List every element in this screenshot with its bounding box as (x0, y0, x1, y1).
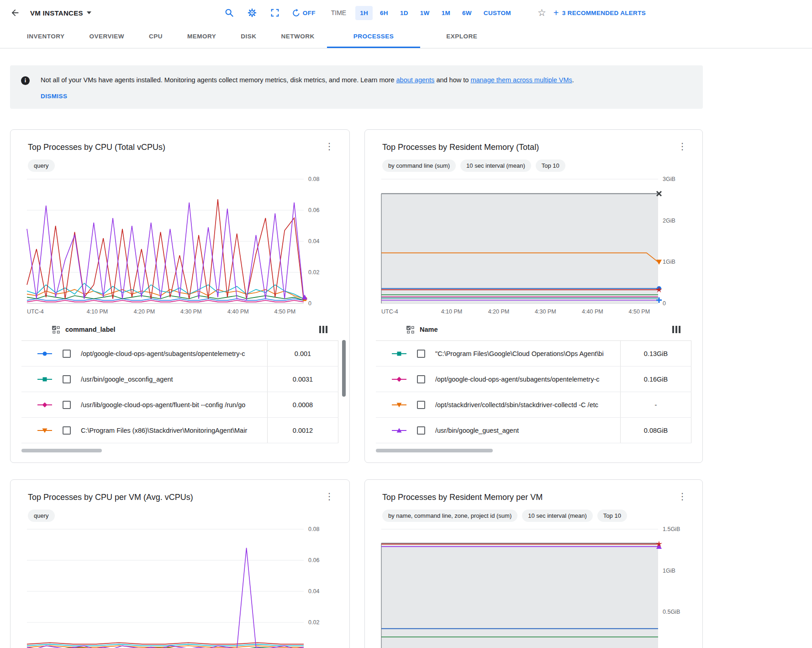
filter-chip[interactable]: 10 sec interval (mean) (522, 510, 593, 522)
svg-text:0.08: 0.08 (308, 176, 319, 182)
more-options-icon[interactable]: ⋮ (320, 490, 338, 503)
cpu-per-vm-card: Top Processes by CPU per VM (Avg. vCPUs)… (10, 479, 350, 648)
process-label: /usr/bin/google_osconfig_agent (81, 376, 267, 383)
filter-chip[interactable]: query (28, 510, 55, 522)
back-button[interactable] (6, 5, 24, 21)
filter-chip[interactable]: by command line (sum) (382, 159, 456, 172)
svg-text:0: 0 (663, 300, 666, 307)
memory-total-card: Top Processes by Resident Memory (Total)… (364, 129, 703, 463)
column-picker-icon[interactable] (319, 326, 327, 333)
filter-chip[interactable]: by name, command line, zone, project id … (382, 510, 517, 522)
cpu-total-chart[interactable]: 00.020.040.060.084:10 PM4:20 PM4:30 PM4:… (21, 175, 337, 317)
process-value: 0.0008 (267, 392, 338, 417)
more-options-icon[interactable]: ⋮ (673, 140, 691, 153)
filter-chip[interactable]: Top 10 (597, 510, 627, 522)
select-all-series-icon[interactable] (406, 325, 414, 334)
select-all-series-icon[interactable] (52, 325, 60, 334)
agents-info-banner: i Not all of your VMs have agents instal… (10, 65, 703, 109)
fullscreen-button[interactable] (266, 5, 284, 21)
back-arrow-icon (10, 8, 20, 18)
row-checkbox[interactable] (417, 401, 425, 409)
svg-text:1GiB: 1GiB (663, 568, 675, 574)
table-row[interactable]: /usr/bin/google_osconfig_agent0.0031 (21, 366, 338, 392)
memory-total-chart[interactable]: 01GiB2GiB3GiB4:10 PM4:20 PM4:30 PM4:40 P… (376, 175, 691, 317)
row-checkbox[interactable] (63, 375, 71, 383)
tab-memory[interactable]: MEMORY (175, 26, 228, 48)
process-label: "C:\Program Files\Google\Cloud Operation… (435, 350, 620, 357)
table-header-row: Name (376, 318, 691, 341)
svg-text:1GiB: 1GiB (663, 259, 675, 265)
svg-text:UTC-4: UTC-4 (381, 308, 398, 315)
table-row[interactable]: /opt/google-cloud-ops-agent/subagents/op… (376, 366, 691, 392)
tab-inventory[interactable]: INVENTORY (15, 26, 77, 48)
svg-text:0.08: 0.08 (308, 526, 319, 532)
row-checkbox[interactable] (63, 401, 71, 409)
tab-processes[interactable]: PROCESSES (327, 26, 421, 48)
tab-cpu[interactable]: CPU (137, 26, 175, 48)
settings-button[interactable] (243, 5, 261, 21)
table-body: "C:\Program Files\Google\Cloud Operation… (376, 341, 691, 443)
time-range-6h[interactable]: 6H (375, 6, 393, 20)
filter-chip[interactable]: 10 sec interval (mean) (460, 159, 531, 172)
time-range-1m[interactable]: 1M (437, 6, 455, 20)
svg-text:4:10 PM: 4:10 PM (441, 308, 463, 315)
fullscreen-icon (270, 8, 280, 18)
chip-row: by name, command line, zone, project id … (382, 510, 691, 522)
topbar: VM INSTANCES (0, 0, 812, 26)
banner-body: Not all of your VMs have agents installe… (41, 75, 574, 100)
dismiss-button[interactable]: DISMISS (41, 93, 67, 100)
banner-message: Not all of your VMs have agents installe… (41, 75, 574, 85)
manage-vms-link[interactable]: manage them across multiple VMs (470, 76, 572, 84)
filter-chip[interactable]: Top 10 (536, 159, 565, 172)
process-label: C:\Program Files (x86)\Stackdriver\Monit… (81, 427, 267, 434)
time-range-1h[interactable]: 1H (355, 6, 373, 20)
table-row[interactable]: /opt/google-cloud-ops-agent/subagents/op… (21, 341, 338, 366)
filter-chip[interactable]: query (28, 159, 55, 172)
svg-text:0.04: 0.04 (308, 588, 319, 595)
tab-explore[interactable]: EXPLORE (434, 26, 490, 48)
table-row[interactable]: /usr/lib/google-cloud-ops-agent/fluent-b… (21, 392, 338, 418)
table-row[interactable]: "C:\Program Files\Google\Cloud Operation… (376, 341, 691, 366)
table-row[interactable]: /usr/bin/google_guest_agent0.08GiB (376, 418, 691, 443)
process-label: /opt/google-cloud-ops-agent/subagents/op… (81, 350, 267, 357)
row-checkbox[interactable] (417, 350, 425, 358)
vm-instances-monitoring-page: VM INSTANCES (0, 0, 812, 648)
search-button[interactable] (221, 5, 238, 21)
time-range-1w[interactable]: 1W (416, 6, 434, 20)
memory-per-vm-chart[interactable]: 00.5GiB1GiB1.5GiB4:10 PM4:20 PM4:30 PM4:… (376, 525, 691, 648)
cpu-per-vm-chart[interactable]: 00.020.040.060.084:10 PM4:20 PM4:30 PM4:… (21, 525, 337, 648)
table-row[interactable]: /opt/stackdriver/collectd/sbin/stackdriv… (376, 392, 691, 418)
row-checkbox[interactable] (417, 426, 425, 435)
svg-text:3GiB: 3GiB (663, 176, 675, 182)
table-row[interactable]: C:\Program Files (x86)\Stackdriver\Monit… (21, 418, 338, 443)
row-checkbox[interactable] (417, 375, 425, 383)
tab-network[interactable]: NETWORK (269, 26, 327, 48)
tab-disk[interactable]: DISK (228, 26, 269, 48)
svg-text:0.06: 0.06 (308, 207, 319, 213)
page-title-dropdown[interactable]: VM INSTANCES (30, 9, 91, 17)
svg-text:1.5GiB: 1.5GiB (663, 526, 680, 532)
time-range-6w[interactable]: 6W (458, 6, 476, 20)
vertical-scrollbar[interactable] (342, 340, 346, 397)
svg-text:4:40 PM: 4:40 PM (227, 308, 249, 315)
tab-overview[interactable]: OVERVIEW (77, 26, 137, 48)
svg-text:0.04: 0.04 (308, 238, 319, 244)
search-icon (224, 8, 234, 18)
tab-bar: INVENTORYOVERVIEWCPUMEMORYDISKNETWORKPRO… (0, 26, 812, 48)
row-checkbox[interactable] (63, 426, 71, 435)
more-options-icon[interactable]: ⋮ (673, 490, 691, 503)
series-table: Name "C:\Program Files\Google\Cloud Oper… (376, 318, 691, 443)
horizontal-scrollbar[interactable] (376, 449, 493, 452)
svg-text:4:10 PM: 4:10 PM (87, 308, 108, 315)
column-picker-icon[interactable] (672, 326, 680, 333)
recommended-alerts-button[interactable]: + 3 RECOMMENDED ALERTS (551, 8, 649, 18)
chart-title: Top Processes by Resident Memory (Total) (382, 143, 539, 152)
star-icon[interactable]: ☆ (535, 7, 549, 19)
time-range-1d[interactable]: 1D (395, 6, 413, 20)
about-agents-link[interactable]: about agents (396, 76, 435, 84)
more-options-icon[interactable]: ⋮ (320, 140, 338, 153)
time-range-custom[interactable]: CUSTOM (479, 6, 516, 20)
auto-refresh-toggle[interactable]: OFF (289, 8, 318, 18)
row-checkbox[interactable] (63, 350, 71, 358)
horizontal-scrollbar[interactable] (21, 449, 102, 452)
